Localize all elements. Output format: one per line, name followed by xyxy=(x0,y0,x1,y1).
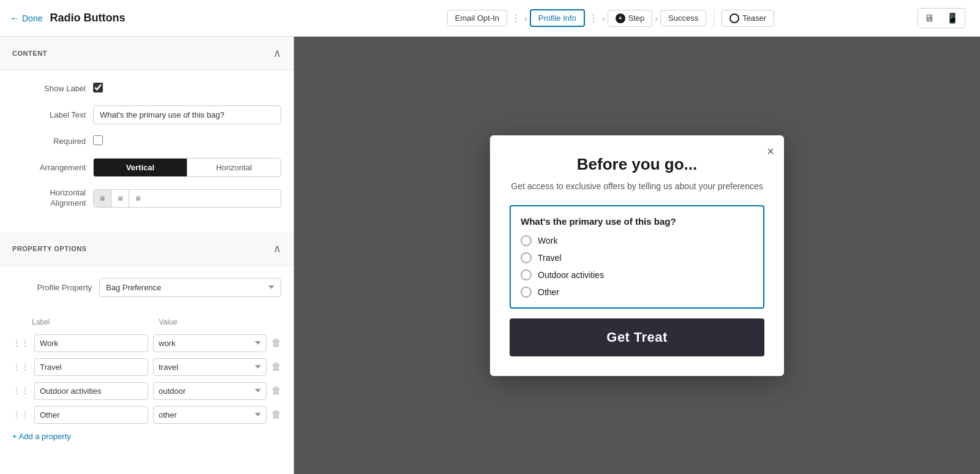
left-panel: CONTENT ∧ Show Label Label Text Required xyxy=(0,37,294,474)
show-label-control xyxy=(93,83,281,94)
radio-label-other: Other xyxy=(538,287,559,297)
drag-handle-outdoor[interactable]: ⋮⋮ xyxy=(12,386,29,396)
modal-subtitle: Get access to exclusive offers by tellin… xyxy=(510,180,764,193)
prop-row-travel: ⋮⋮ travel 🗑 xyxy=(0,355,293,379)
drag-handle-work[interactable]: ⋮⋮ xyxy=(12,338,29,348)
cta-button[interactable]: Get Treat xyxy=(510,318,764,356)
nav-steps: Email Opt-In ⋮ › Profile Info ⋮ › + Step… xyxy=(304,9,918,28)
step-arrow-1: › xyxy=(524,13,527,23)
show-label-checkbox[interactable] xyxy=(93,83,103,92)
prop-row-outdoor: ⋮⋮ outdoor 🗑 xyxy=(0,379,293,403)
prop-label-other[interactable] xyxy=(34,406,148,424)
nav-step-email-opt-in: Email Opt-In ⋮ xyxy=(447,10,522,26)
prop-label-outdoor[interactable] xyxy=(34,382,148,400)
radio-option-outdoor[interactable]: Outdoor activities xyxy=(521,269,753,280)
prop-value-outdoor[interactable]: outdoor xyxy=(153,382,266,400)
align-right-btn[interactable]: ≡ xyxy=(129,190,146,207)
step-profile-info[interactable]: Profile Info xyxy=(530,9,585,27)
align-left-btn[interactable]: ≡ xyxy=(94,190,111,207)
profile-property-select[interactable]: Bag Preference xyxy=(99,278,281,297)
align-center-btn[interactable]: ≡ xyxy=(111,190,129,207)
h-align-label: HorizontalAlignment xyxy=(12,188,86,209)
delete-work-btn[interactable]: 🗑 xyxy=(271,337,281,348)
required-checkbox[interactable] xyxy=(93,135,103,145)
arrangement-toggle: Vertical Horizontal xyxy=(93,158,281,177)
mobile-view-btn[interactable]: 📱 xyxy=(940,9,965,28)
prop-label-work[interactable] xyxy=(34,334,148,352)
profile-property-control: Bag Preference xyxy=(99,278,281,297)
delete-other-btn[interactable]: 🗑 xyxy=(271,409,281,420)
prop-table-header: Label Value xyxy=(0,313,293,331)
arrangement-label: Arrangement xyxy=(12,163,86,172)
desktop-view-btn[interactable]: 🖥 xyxy=(918,9,940,28)
step-teaser[interactable]: + Teaser xyxy=(722,10,774,27)
page-title: Radio Buttons xyxy=(50,12,125,24)
label-text-label: Label Text xyxy=(12,110,86,119)
step-arrow-3: › xyxy=(655,13,658,23)
radio-circle-travel xyxy=(521,252,532,263)
delete-outdoor-btn[interactable]: 🗑 xyxy=(271,385,281,396)
step-email-opt-in-label: Email Opt-In xyxy=(455,13,499,23)
property-collapse-btn[interactable]: ∧ xyxy=(273,242,281,255)
nav-separator xyxy=(714,9,714,28)
step-profile-info-dots[interactable]: ⋮ xyxy=(587,12,600,24)
content-section-header: CONTENT ∧ xyxy=(0,37,293,70)
radio-option-travel[interactable]: Travel xyxy=(521,252,753,263)
content-section-title: CONTENT xyxy=(12,50,47,57)
nav-step-teaser: + Teaser xyxy=(722,10,774,27)
view-toggle: 🖥 📱 xyxy=(918,8,965,28)
step-success[interactable]: Success xyxy=(660,10,706,26)
profile-property-label: Profile Property xyxy=(12,283,92,292)
arrangement-horizontal-btn[interactable]: Horizontal xyxy=(187,159,281,176)
property-section-header: PROPERTY OPTIONS ∧ xyxy=(0,232,293,266)
arrangement-control: Vertical Horizontal xyxy=(93,158,281,177)
radio-label-work: Work xyxy=(538,236,557,246)
show-label-label: Show Label xyxy=(12,84,86,93)
step-step[interactable]: + Step xyxy=(608,10,653,27)
prop-value-travel[interactable]: travel xyxy=(153,358,266,376)
prop-header-label: Label xyxy=(12,318,154,326)
radio-option-other[interactable]: Other xyxy=(521,287,753,298)
desktop-icon: 🖥 xyxy=(924,13,934,23)
step-email-opt-in[interactable]: Email Opt-In xyxy=(447,10,507,26)
back-arrow-icon: ← xyxy=(10,13,20,24)
prop-value-other[interactable]: other xyxy=(153,406,266,424)
align-center-icon: ≡ xyxy=(118,194,123,203)
add-property-btn[interactable]: + Add a property xyxy=(0,427,83,446)
radio-group-box: What's the primary use of this bag? Work… xyxy=(510,205,764,309)
step-email-opt-in-dots[interactable]: ⋮ xyxy=(510,12,522,24)
arrangement-vertical-btn[interactable]: Vertical xyxy=(94,159,187,176)
main-layout: CONTENT ∧ Show Label Label Text Required xyxy=(0,37,980,474)
prop-label-travel[interactable] xyxy=(34,358,148,376)
step-step-icon: + xyxy=(616,13,625,23)
label-text-input[interactable] xyxy=(93,105,281,124)
back-link[interactable]: ← Done xyxy=(10,13,42,24)
drag-handle-travel[interactable]: ⋮⋮ xyxy=(12,362,29,372)
step-success-label: Success xyxy=(668,13,698,23)
radio-label-outdoor: Outdoor activities xyxy=(538,270,604,280)
radio-circle-other xyxy=(521,287,532,298)
step-teaser-label: Teaser xyxy=(742,13,766,23)
content-collapse-btn[interactable]: ∧ xyxy=(273,47,281,60)
radio-circle-work xyxy=(521,235,532,246)
step-step-label: Step xyxy=(628,13,645,23)
nav-step-success: Success xyxy=(660,10,706,26)
mobile-icon: 📱 xyxy=(946,13,959,23)
radio-circle-outdoor xyxy=(521,269,532,280)
preview-panel: × Before you go... Get access to exclusi… xyxy=(294,37,980,474)
delete-travel-btn[interactable]: 🗑 xyxy=(271,361,281,372)
drag-handle-other[interactable]: ⋮⋮ xyxy=(12,410,29,419)
back-label: Done xyxy=(22,13,42,23)
property-section-body: Profile Property Bag Preference xyxy=(0,266,293,313)
radio-option-work[interactable]: Work xyxy=(521,235,753,246)
align-group: ≡ ≡ ≡ xyxy=(93,189,281,208)
top-nav: ← Done Radio Buttons Email Opt-In ⋮ › Pr… xyxy=(0,0,980,37)
step-profile-info-label: Profile Info xyxy=(538,13,576,23)
modal-title: Before you go... xyxy=(510,155,764,174)
modal-close-btn[interactable]: × xyxy=(767,145,774,157)
profile-property-row: Profile Property Bag Preference xyxy=(12,278,281,297)
step-teaser-icon: + xyxy=(729,13,739,23)
prop-value-work[interactable]: work xyxy=(153,334,266,352)
nav-step-profile-info: Profile Info ⋮ xyxy=(530,9,600,27)
modal-overlay: × Before you go... Get access to exclusi… xyxy=(294,37,980,474)
